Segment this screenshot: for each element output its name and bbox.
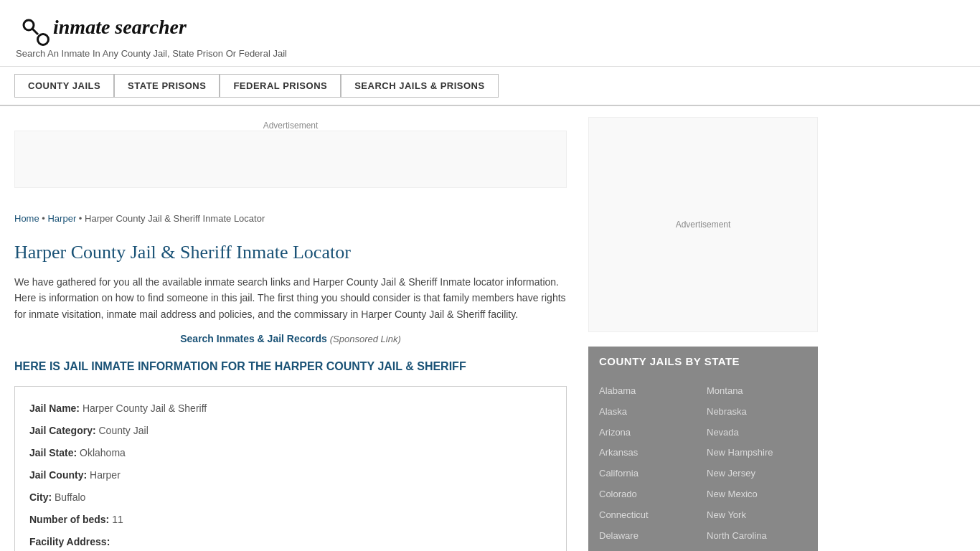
jail-county-label: Jail County: bbox=[29, 469, 87, 481]
state-item[interactable]: New York bbox=[707, 506, 807, 525]
jail-county-value: Harper bbox=[90, 469, 121, 481]
jail-county-row: Jail County: Harper bbox=[29, 468, 552, 483]
state-item[interactable]: New Mexico bbox=[707, 485, 807, 504]
state-item[interactable]: Alaska bbox=[599, 402, 699, 422]
state-item[interactable]: Nevada bbox=[707, 423, 807, 443]
jail-state-label: Jail State: bbox=[29, 447, 77, 458]
jail-beds-label: Number of beds: bbox=[29, 514, 109, 525]
jail-name-row: Jail Name: Harper County Jail & Sheriff bbox=[29, 401, 552, 416]
state-list: AlabamaMontanaAlaskaNebraskaArizonaNevad… bbox=[588, 376, 818, 551]
jail-beds-value: 11 bbox=[112, 514, 123, 525]
jail-city-value: Buffalo bbox=[55, 491, 85, 503]
jail-address-label: Facility Address: bbox=[29, 536, 110, 547]
svg-line-1 bbox=[32, 29, 38, 34]
main-layout: Advertisement Home • Harper • Harper Cou… bbox=[0, 106, 980, 551]
site-tagline: Search An Inmate In Any County Jail, Sta… bbox=[14, 48, 966, 59]
logo-area: inmate searcher bbox=[14, 11, 966, 44]
description-text: We have gathered for you all the availab… bbox=[14, 274, 567, 322]
nav-county-jails[interactable]: COUNTY JAILS bbox=[14, 74, 114, 98]
main-content: Advertisement Home • Harper • Harper Cou… bbox=[14, 106, 588, 551]
state-item[interactable]: North Dakota bbox=[707, 547, 807, 551]
jail-category-value: County Jail bbox=[98, 425, 148, 436]
nav-state-prisons[interactable]: STATE PRISONS bbox=[114, 74, 220, 98]
state-item[interactable]: Dist.of Columbia bbox=[599, 547, 699, 551]
state-item[interactable]: Arizona bbox=[599, 423, 699, 443]
state-item[interactable]: Alabama bbox=[599, 382, 699, 401]
ad-area bbox=[14, 131, 567, 188]
section-heading: HERE IS JAIL INMATE INFORMATION FOR THE … bbox=[14, 359, 567, 375]
nav-search-jails[interactable]: SEARCH JAILS & PRISONS bbox=[341, 74, 498, 98]
logo-icon bbox=[14, 11, 47, 44]
jail-info-box: Jail Name: Harper County Jail & Sheriff … bbox=[14, 386, 567, 551]
breadcrumb-current: Harper County Jail & Sheriff Inmate Loca… bbox=[85, 213, 265, 224]
state-item[interactable]: New Jersey bbox=[707, 464, 807, 484]
svg-point-0 bbox=[24, 20, 34, 30]
logo-text: inmate searcher bbox=[53, 16, 187, 39]
breadcrumb-parent[interactable]: Harper bbox=[47, 213, 76, 224]
state-item[interactable]: Arkansas bbox=[599, 443, 699, 463]
breadcrumb-separator2: • bbox=[79, 213, 85, 224]
jail-category-row: Jail Category: County Jail bbox=[29, 423, 552, 438]
county-box-title: COUNTY JAILS BY STATE bbox=[588, 347, 818, 376]
state-item[interactable]: Nebraska bbox=[707, 402, 807, 422]
site-header: inmate searcher Search An Inmate In Any … bbox=[0, 0, 980, 67]
jail-city-row: City: Buffalo bbox=[29, 490, 552, 505]
search-link-area: Search Inmates & Jail Records (Sponsored… bbox=[14, 333, 567, 344]
sponsored-label: (Sponsored Link) bbox=[330, 334, 401, 344]
ad-banner: Advertisement bbox=[14, 106, 567, 202]
jail-state-value: Oklahoma bbox=[80, 447, 126, 458]
state-item[interactable]: Delaware bbox=[599, 527, 699, 546]
jail-state-row: Jail State: Oklahoma bbox=[29, 446, 552, 461]
state-item[interactable]: Connecticut bbox=[599, 506, 699, 525]
search-link[interactable]: Search Inmates & Jail Records bbox=[180, 333, 327, 344]
state-item[interactable]: Colorado bbox=[599, 485, 699, 504]
nav-federal-prisons[interactable]: FEDERAL PRISONS bbox=[220, 74, 341, 98]
jail-beds-row: Number of beds: 11 bbox=[29, 512, 552, 527]
breadcrumb: Home • Harper • Harper County Jail & She… bbox=[14, 202, 567, 231]
jail-name-label: Jail Name: bbox=[29, 402, 80, 414]
county-jails-by-state-box: COUNTY JAILS BY STATE AlabamaMontanaAlas… bbox=[588, 347, 818, 551]
nav-buttons: COUNTY JAILS STATE PRISONS FEDERAL PRISO… bbox=[14, 74, 966, 98]
jail-category-label: Jail Category: bbox=[29, 425, 96, 436]
jail-address-row: Facility Address: bbox=[29, 534, 552, 550]
state-item[interactable]: Montana bbox=[707, 382, 807, 401]
jail-name-value: Harper County Jail & Sheriff bbox=[83, 402, 207, 414]
sidebar-ad: Advertisement bbox=[588, 117, 818, 332]
navigation: COUNTY JAILS STATE PRISONS FEDERAL PRISO… bbox=[0, 67, 980, 106]
state-item[interactable]: California bbox=[599, 464, 699, 484]
jail-city-label: City: bbox=[29, 491, 52, 503]
page-title: Harper County Jail & Sheriff Inmate Loca… bbox=[14, 242, 567, 263]
sidebar: Advertisement COUNTY JAILS BY STATE Alab… bbox=[588, 106, 818, 551]
state-item[interactable]: New Hampshire bbox=[707, 443, 807, 463]
breadcrumb-home[interactable]: Home bbox=[14, 213, 39, 224]
state-item[interactable]: North Carolina bbox=[707, 527, 807, 546]
